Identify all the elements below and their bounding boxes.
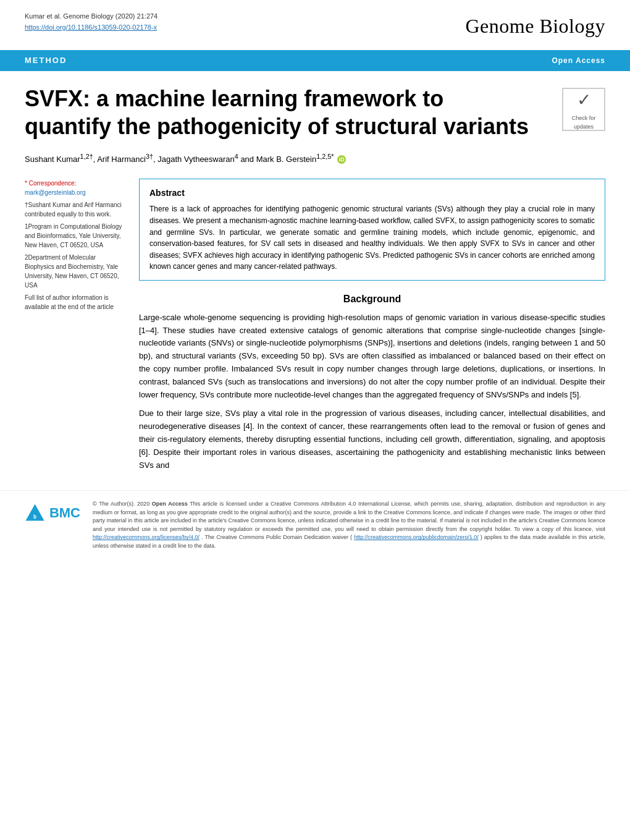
header-journal: Genome Biology [465,11,605,41]
background-title: Background [139,292,605,307]
footer-copyright: © The Author(s). 2020 [93,501,149,507]
sidebar-affil2: 2Department of Molecular Biophysics and … [25,253,127,290]
footer-area: b BMC © The Author(s). 2020 Open Access … [0,490,630,556]
header: Kumar et al. Genome Biology (2020) 21:27… [0,0,630,47]
sidebar-correspondence: * Correspondence: mark@gersteinlab.org [25,179,127,197]
check-icon: ✓ [577,87,591,113]
footer-public-domain: The Creative Commons Public Domain Dedic… [205,534,353,540]
svg-text:b: b [33,514,36,520]
correspondence-label: * Correspondence: [25,180,76,187]
bmc-logo-inner: b BMC [25,500,80,525]
doi-text[interactable]: https://doi.org/10.1186/s13059-020-02178… [25,22,158,33]
check-badge-line1: Check for [572,114,596,123]
citation-text: Kumar et al. Genome Biology (2020) 21:27… [25,11,158,22]
footer-text: © The Author(s). 2020 Open Access This a… [93,500,605,550]
page: Kumar et al. Genome Biology (2020) 21:27… [0,0,630,840]
article-title: SVFX: a machine learning framework to qu… [25,85,531,140]
sidebar-note1: †Sushant Kumar and Arif Harmanci contrib… [25,200,127,219]
footer-open-access: Open Access [152,501,188,507]
sidebar-affil1: 1Program in Computational Biology and Bi… [25,222,127,250]
abstract-title: Abstract [149,187,595,200]
footer-license-link[interactable]: http://creativecommons.org/licenses/by/4… [93,534,200,540]
bmc-logo: b BMC [25,500,80,550]
sidebar-affil3: Full list of author information is avail… [25,293,127,312]
journal-title: Genome Biology [465,11,605,41]
sidebar: * Correspondence: mark@gersteinlab.org †… [25,179,127,478]
method-bar: METHOD Open Access [0,50,630,71]
background-paragraph2: Due to their large size, SVs play a vita… [139,407,605,472]
title-area: SVFX: a machine learning framework to qu… [0,71,630,146]
footer-public-domain-link[interactable]: http://creativecommons.org/publicdomain/… [354,534,479,540]
abstract-text: There is a lack of approaches for identi… [149,203,595,273]
method-label: METHOD [25,54,67,67]
background-paragraph1: Large-scale whole-genome sequencing is p… [139,312,605,402]
orcid-icon: iD [337,155,346,164]
correspondence-link[interactable]: mark@gersteinlab.org [25,189,86,196]
abstract-box: Abstract There is a lack of approaches f… [139,179,605,281]
background-section: Background Large-scale whole-genome sequ… [139,292,605,472]
authors-line: Sushant Kumar1,2†, Arif Harmanci3†, Jaga… [0,146,630,173]
bmc-triangle-icon: b [25,500,46,525]
main-content: Abstract There is a lack of approaches f… [139,179,605,478]
bmc-text: BMC [49,503,80,523]
header-citation: Kumar et al. Genome Biology (2020) 21:27… [25,11,158,33]
author1: Sushant Kumar1,2†, Arif Harmanci3†, Jaga… [25,155,334,164]
content-area: * Correspondence: mark@gersteinlab.org †… [0,172,630,484]
check-badge-line2: updates [574,123,594,132]
open-access-label: Open Access [552,55,605,66]
check-badge: ✓ Check for updates [562,88,605,131]
